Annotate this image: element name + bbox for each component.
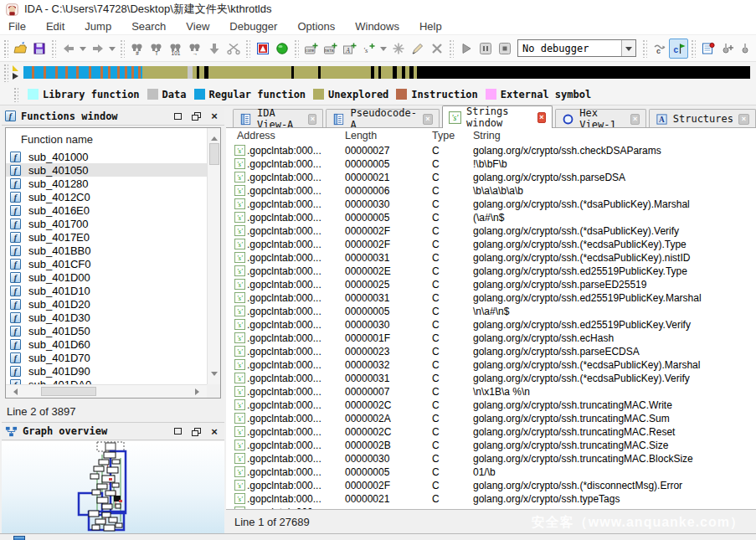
make-ascii-icon[interactable]: A bbox=[340, 39, 359, 59]
no-function-icon[interactable] bbox=[224, 39, 243, 59]
string-table-row[interactable]: 's'.gopclntab:000...0000002CCgolang.org/… bbox=[226, 399, 756, 412]
delete-icon[interactable] bbox=[427, 39, 446, 59]
maximize-icon[interactable] bbox=[171, 425, 184, 437]
string-table-row[interactable]: 's'.gopclntab:000...0000002ACgolang.org/… bbox=[226, 412, 756, 425]
menu-search[interactable]: Search bbox=[131, 20, 166, 33]
string-table-row[interactable]: 's'.gopclntab:000...00000007C\n\x1B\a %\… bbox=[226, 385, 756, 399]
chevron-down-icon[interactable] bbox=[621, 40, 635, 56]
functions-column-header[interactable]: Function name bbox=[6, 128, 207, 150]
restore-icon[interactable] bbox=[189, 425, 203, 437]
string-dropdown-icon[interactable] bbox=[378, 39, 388, 59]
function-list-item[interactable]: fsub_401D10 bbox=[6, 284, 207, 297]
menu-jump[interactable]: Jump bbox=[85, 20, 111, 33]
string-table-row[interactable]: 's'.gopclntab:000...0000002CCgolang.org/… bbox=[226, 425, 756, 439]
function-list-item[interactable]: fsub_4012C0 bbox=[6, 190, 207, 203]
function-list-item[interactable]: fsub_401CF0 bbox=[6, 257, 207, 270]
vertical-scrollbar[interactable] bbox=[207, 128, 220, 384]
search-value-icon[interactable]: 101 bbox=[166, 39, 185, 59]
scroll-up-icon[interactable] bbox=[211, 133, 218, 141]
string-table-row[interactable]: 's'.gopclntab:000...00000031Cgolang.org/… bbox=[226, 372, 756, 385]
column-header-address[interactable]: Address bbox=[237, 130, 275, 141]
string-table-row[interactable]: 's'.gopclntab:000...0000002FCgolang.org/… bbox=[226, 479, 756, 492]
close-icon[interactable]: × bbox=[208, 111, 221, 122]
string-table-row[interactable]: 's'.gopclntab:000...00000021Cgolang.org/… bbox=[226, 492, 756, 506]
dock-grip[interactable] bbox=[3, 39, 8, 58]
jump-search-icon[interactable]: → bbox=[185, 39, 204, 59]
graph-overview-canvas[interactable] bbox=[2, 441, 224, 533]
tab-close-icon[interactable]: × bbox=[308, 114, 316, 125]
string-table-row[interactable]: 's'.gopclntab:000...0000002FCgolang.org/… bbox=[226, 224, 756, 238]
tab-strings-window[interactable]: 's'Strings window× bbox=[442, 105, 553, 128]
scroll-down-icon[interactable] bbox=[211, 372, 218, 379]
function-list-item[interactable]: fsub_4016E0 bbox=[6, 203, 207, 217]
navigation-band[interactable] bbox=[23, 66, 750, 79]
breakpoint-icon[interactable] bbox=[737, 39, 756, 59]
run-to-cursor-icon[interactable]: c bbox=[669, 39, 688, 59]
function-list-item[interactable]: fsub_401D50 bbox=[6, 324, 207, 337]
make-code-icon[interactable]: CODE bbox=[301, 39, 321, 59]
tab-pseudocode-a[interactable]: Pseudocode-A× bbox=[326, 109, 439, 128]
make-array-icon[interactable] bbox=[388, 39, 408, 59]
open-icon[interactable] bbox=[10, 39, 29, 59]
menu-view[interactable]: View bbox=[186, 20, 209, 33]
jump-down-icon[interactable] bbox=[204, 39, 224, 59]
function-list-item[interactable]: fsub_401DA0 bbox=[6, 378, 207, 384]
forward-icon[interactable] bbox=[88, 39, 107, 59]
string-table-row[interactable]: 's'.gopclntab:000...00000005C\n\a#\n$ bbox=[226, 305, 756, 318]
column-header-type[interactable]: Type bbox=[432, 130, 455, 141]
string-table-row[interactable]: 's'.gopclntab:000...00000027Cgolang.org/… bbox=[226, 144, 756, 157]
save-icon[interactable] bbox=[29, 39, 49, 59]
function-list-item[interactable]: fsub_401D30 bbox=[6, 311, 207, 324]
function-list-item[interactable]: fsub_401D70 bbox=[6, 351, 207, 364]
function-list-item[interactable]: fsub_401280 bbox=[6, 177, 207, 190]
string-table-row[interactable]: 's'.gopclntab:000...00000021Cgolang.org/… bbox=[226, 171, 756, 184]
string-table-row[interactable]: 's'.gopclntab:000...00000031Cgolang.org/… bbox=[226, 251, 756, 265]
string-table-row[interactable]: 's'.gopclntab:000...0000002BCgolang.org/… bbox=[226, 439, 756, 452]
string-table-row[interactable]: 's'.gopclntab:000...00000031Cgolang.org/… bbox=[226, 291, 756, 305]
function-list-item[interactable]: fsub_401BB0 bbox=[6, 244, 207, 257]
tab-ida-view-a[interactable]: IDA View-A× bbox=[233, 109, 323, 128]
tab-close-icon[interactable]: × bbox=[738, 114, 749, 125]
make-string-icon[interactable]: 's bbox=[359, 39, 378, 59]
forward-dropdown-icon[interactable] bbox=[107, 39, 117, 59]
scrollbar-thumb[interactable] bbox=[41, 387, 96, 396]
back-dropdown-icon[interactable] bbox=[78, 39, 88, 59]
dock-grip[interactable] bbox=[13, 87, 18, 102]
edit-icon[interactable] bbox=[408, 39, 427, 59]
string-table-row[interactable]: 's'.gopclntab:000...0000001FCgolang.org/… bbox=[226, 332, 756, 345]
make-data-icon[interactable]: DATA bbox=[321, 39, 340, 59]
menu-options[interactable]: Options bbox=[297, 20, 335, 33]
add-breakpoint-icon[interactable] bbox=[717, 39, 737, 59]
string-table-row[interactable]: 's'.gopclntab:000...00000030Cgolang.org/… bbox=[226, 198, 756, 211]
string-table-row[interactable]: 's'.gopclntab:000...00000006C\b\a\a\b\a\… bbox=[226, 184, 756, 198]
restore-icon[interactable] bbox=[189, 111, 203, 122]
tab-structures[interactable]: AStructures× bbox=[649, 109, 756, 128]
horizontal-scrollbar[interactable] bbox=[6, 384, 207, 398]
scroll-left-icon[interactable] bbox=[10, 388, 18, 395]
tab-hex-view-1[interactable]: Hex View-1× bbox=[555, 109, 645, 128]
menu-windows[interactable]: Windows bbox=[355, 20, 399, 33]
function-list-item[interactable]: fsub_401D20 bbox=[6, 297, 207, 311]
menu-edit[interactable]: Edit bbox=[46, 20, 64, 33]
string-table-row[interactable]: 's'.gopclntab:000...00000005C01/\b bbox=[226, 465, 756, 479]
pause-icon[interactable] bbox=[476, 39, 495, 59]
menu-help[interactable]: Help bbox=[419, 20, 442, 33]
debugger-select[interactable]: No debugger bbox=[517, 39, 636, 57]
function-list-item[interactable]: fsub_401D00 bbox=[6, 270, 207, 284]
string-table-row[interactable]: 's'.gopclntab:000...00000005C(\a#\n$ bbox=[226, 211, 756, 224]
menu-file[interactable]: File bbox=[8, 20, 26, 33]
colors-icon[interactable] bbox=[253, 39, 272, 59]
string-table-row[interactable]: 's'.gopclntab:000...00000023Cgolang.org/… bbox=[226, 345, 756, 358]
function-list-item[interactable]: fsub_401050 bbox=[6, 163, 207, 177]
search-hex-icon[interactable]: # bbox=[127, 39, 147, 59]
scrollbar-thumb[interactable] bbox=[209, 143, 219, 165]
menu-debugger[interactable]: Debugger bbox=[229, 20, 277, 33]
breakpoint-list-icon[interactable] bbox=[698, 39, 717, 59]
string-table-row[interactable]: 's'.gopclntab:000...00000025Cgolang.org/… bbox=[226, 278, 756, 291]
function-list-item[interactable]: fsub_401000 bbox=[6, 150, 207, 163]
search-text-icon[interactable]: T bbox=[147, 39, 166, 59]
close-icon[interactable]: × bbox=[208, 425, 221, 437]
function-list-item[interactable]: fsub_401D90 bbox=[6, 364, 207, 378]
play-icon[interactable] bbox=[456, 39, 476, 59]
scroll-right-icon[interactable] bbox=[195, 388, 203, 395]
